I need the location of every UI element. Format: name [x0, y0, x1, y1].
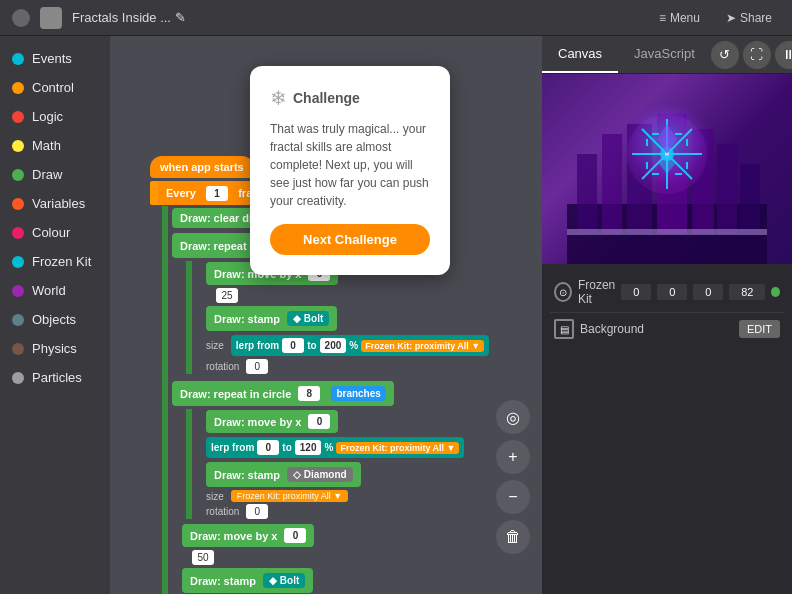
sprite-y-input[interactable]	[657, 284, 687, 300]
value-25[interactable]: 25	[216, 288, 238, 303]
sidebar-label-physics: Physics	[32, 341, 77, 356]
zoom-in-button[interactable]: +	[496, 440, 530, 474]
right-tabs: Canvas JavaScript ↺ ⛶ ⏸	[542, 36, 792, 74]
objects-dot	[12, 314, 24, 326]
move-x-block-3[interactable]: Draw: move by x 0	[182, 524, 314, 547]
menu-button[interactable]: ≡ Menu	[651, 7, 708, 29]
value-50-row: 50	[182, 550, 489, 565]
main-layout: Events Control Logic Math Draw Variables…	[0, 36, 792, 594]
sprite-z-input[interactable]	[693, 284, 723, 300]
background-row: ▤ Background EDIT	[550, 313, 784, 345]
sidebar: Events Control Logic Math Draw Variables…	[0, 36, 110, 594]
sidebar-item-draw[interactable]: Draw	[0, 160, 110, 189]
bolt-badge-1: ◆ Bolt	[287, 311, 329, 326]
frozenkit-dot	[12, 256, 24, 268]
sprite-active-dot	[771, 287, 780, 297]
tab-javascript[interactable]: JavaScript	[618, 36, 711, 73]
stamp-bolt-row-1: Draw: stamp ◆ Bolt	[206, 305, 489, 332]
world-dot	[12, 285, 24, 297]
when-app-starts-block[interactable]: when app starts	[150, 156, 254, 178]
sidebar-item-world[interactable]: World	[0, 276, 110, 305]
sidebar-item-objects[interactable]: Objects	[0, 305, 110, 334]
challenge-body: That was truly magical... your fractal s…	[270, 120, 430, 210]
rotation-row-1: rotation 0	[206, 359, 489, 374]
tab-icons: ↺ ⛶ ⏸	[711, 36, 792, 73]
challenge-header: ❄ Challenge	[270, 86, 430, 110]
size-lerp-row-1: size lerp from 0 to 200 % Frozen Kit: pr…	[206, 334, 489, 357]
properties-area: ⊙ Frozen Kit ▤ Background EDIT	[542, 264, 792, 353]
logic-dot	[12, 111, 24, 123]
sidebar-label-events: Events	[32, 51, 72, 66]
app-logo	[40, 7, 62, 29]
challenge-title: Challenge	[293, 90, 360, 106]
physics-dot	[12, 343, 24, 355]
sidebar-item-frozenkit[interactable]: Frozen Kit	[0, 247, 110, 276]
sidebar-item-control[interactable]: Control	[0, 73, 110, 102]
particles-dot	[12, 372, 24, 384]
code-area[interactable]: ❄ Challenge That was truly magical... yo…	[110, 36, 542, 594]
snowflake-icon: ❄	[270, 86, 287, 110]
pause-button[interactable]: ⏸	[775, 41, 792, 69]
stamp-block-3[interactable]: Draw: stamp ◆ Bolt	[182, 568, 313, 593]
stamp-block-2[interactable]: Draw: stamp ◇ Diamond	[206, 462, 361, 487]
frozen-kit-badge-1: Frozen Kit: proximity All ▼	[361, 340, 484, 352]
svg-point-26	[627, 114, 707, 194]
sprite-icon: ⊙	[554, 282, 572, 302]
window-title: Fractals Inside ... ✎	[72, 10, 641, 25]
sidebar-label-particles: Particles	[32, 370, 82, 385]
stamp-bolt-row-2: Draw: stamp ◆ Bolt	[182, 567, 489, 594]
tab-canvas[interactable]: Canvas	[542, 36, 618, 73]
sprite-x-input[interactable]	[621, 284, 651, 300]
stamp-diamond-row: Draw: stamp ◇ Diamond	[206, 461, 489, 488]
sidebar-item-colour[interactable]: Colour	[0, 218, 110, 247]
canvas-preview	[542, 74, 792, 264]
background-edit-button[interactable]: EDIT	[739, 320, 780, 338]
sidebar-item-math[interactable]: Math	[0, 131, 110, 160]
stamp-block-1[interactable]: Draw: stamp ◆ Bolt	[206, 306, 337, 331]
fullscreen-button[interactable]: ⛶	[743, 41, 771, 69]
value-50[interactable]: 50	[192, 550, 214, 565]
rotation-row-2: rotation 0	[206, 504, 489, 519]
branches-badge-2: branches	[331, 386, 385, 401]
back-icon[interactable]	[12, 9, 30, 27]
zoom-out-button[interactable]: −	[496, 480, 530, 514]
fab-group: ◎ + − 🗑	[496, 400, 530, 554]
move-x-block-2[interactable]: Draw: move by x 0	[206, 410, 338, 433]
sidebar-item-particles[interactable]: Particles	[0, 363, 110, 392]
control-dot	[12, 82, 24, 94]
sprite-size-input[interactable]	[729, 284, 765, 300]
compass-button[interactable]: ◎	[496, 400, 530, 434]
sprite-name: Frozen Kit	[578, 278, 615, 306]
lerp-block-2[interactable]: lerp from 0 to 120 % Frozen Kit: proximi…	[206, 437, 464, 458]
sidebar-label-control: Control	[32, 80, 74, 95]
trash-button[interactable]: 🗑	[496, 520, 530, 554]
background-name: Background	[580, 322, 733, 336]
sidebar-item-events[interactable]: Events	[0, 44, 110, 73]
sidebar-item-physics[interactable]: Physics	[0, 334, 110, 363]
variables-dot	[12, 198, 24, 210]
sidebar-label-colour: Colour	[32, 225, 70, 240]
move-x-row-2: Draw: move by x 0	[206, 409, 489, 434]
background-icon: ▤	[554, 319, 574, 339]
sprite-prop-row: ⊙ Frozen Kit	[550, 272, 784, 313]
repeat-circle-2-block[interactable]: Draw: repeat in circle 8 branches	[172, 381, 394, 406]
sidebar-label-objects: Objects	[32, 312, 76, 327]
size-label-1: size	[206, 340, 224, 351]
svg-rect-1	[577, 154, 597, 234]
size-lerp-row-2: lerp from 0 to 120 % Frozen Kit: proximi…	[206, 436, 489, 459]
value-25-row: 25	[206, 288, 489, 303]
share-button[interactable]: ➤ Share	[718, 7, 780, 29]
rotation-label-2: rotation	[206, 506, 239, 517]
lerp-block-1[interactable]: lerp from 0 to 200 % Frozen Kit: proximi…	[231, 335, 489, 356]
sidebar-item-variables[interactable]: Variables	[0, 189, 110, 218]
sidebar-label-math: Math	[32, 138, 61, 153]
reset-button[interactable]: ↺	[711, 41, 739, 69]
sidebar-label-world: World	[32, 283, 66, 298]
rotation-label-1: rotation	[206, 361, 239, 372]
move-x-row-3: Draw: move by x 0	[182, 523, 489, 548]
svg-rect-8	[567, 229, 767, 235]
next-challenge-button[interactable]: Next Challenge	[270, 224, 430, 255]
sidebar-item-logic[interactable]: Logic	[0, 102, 110, 131]
size-fk-row: size Frozen Kit: proximity All ▼	[206, 490, 489, 502]
sidebar-label-draw: Draw	[32, 167, 62, 182]
